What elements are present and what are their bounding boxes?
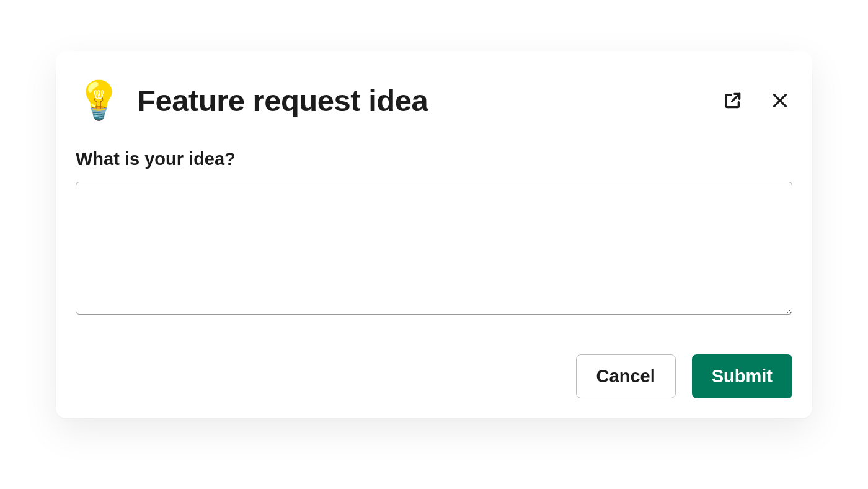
external-link-icon (723, 91, 743, 110)
open-external-button[interactable] (720, 88, 745, 113)
lightbulb-icon: 💡 (76, 82, 122, 119)
idea-label: What is your idea? (76, 149, 792, 169)
idea-input[interactable] (76, 182, 792, 315)
submit-button[interactable]: Submit (692, 354, 792, 398)
modal-footer: Cancel Submit (76, 354, 792, 398)
cancel-button[interactable]: Cancel (576, 354, 676, 398)
close-icon (770, 91, 790, 110)
close-button[interactable] (768, 88, 792, 113)
feature-request-modal: 💡 Feature request idea What is your idea… (56, 51, 812, 418)
modal-header: 💡 Feature request idea (76, 82, 792, 119)
modal-title: Feature request idea (137, 83, 706, 118)
header-actions (720, 88, 792, 113)
